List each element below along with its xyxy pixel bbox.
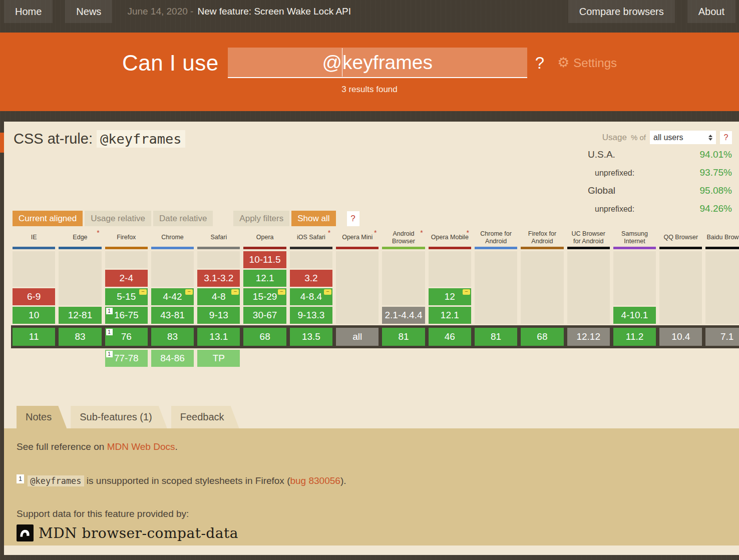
- nav-home-button[interactable]: Home: [4, 0, 53, 23]
- support-cell[interactable]: 46: [429, 328, 471, 346]
- support-cell[interactable]: all: [336, 328, 379, 346]
- prefix-asterisk: *: [328, 229, 330, 237]
- browser-column-header[interactable]: UC Browser for Android: [567, 228, 610, 247]
- nav-news-button[interactable]: News: [65, 0, 112, 23]
- support-cell[interactable]: 68: [243, 328, 286, 346]
- support-cell[interactable]: 13.1: [197, 328, 240, 346]
- browser-column-header[interactable]: Baidu Browser: [705, 228, 739, 247]
- support-cell[interactable]: 6-9: [13, 288, 55, 305]
- support-cell[interactable]: 12.1: [243, 270, 286, 287]
- browser-column-header[interactable]: Firefox: [105, 228, 148, 247]
- nav-about-button[interactable]: About: [687, 0, 735, 23]
- browser-column-header[interactable]: Safari: [197, 228, 240, 247]
- support-cell[interactable]: 83: [151, 328, 194, 346]
- apply-filters-button[interactable]: Apply filters: [233, 211, 289, 226]
- mdn-web-docs-link[interactable]: MDN Web Docs: [107, 441, 175, 452]
- usage-stat-value: 93.75%: [700, 167, 732, 178]
- empty-cell: [382, 251, 425, 305]
- nav-right: Compare browsers About: [568, 0, 735, 23]
- browser-column-header[interactable]: Edge*: [59, 228, 101, 247]
- support-cell[interactable]: 30-67: [243, 307, 286, 324]
- usage-select[interactable]: all users: [650, 131, 716, 144]
- support-cell[interactable]: 761: [105, 328, 148, 346]
- tab-notes[interactable]: Notes: [17, 406, 67, 428]
- news-feature-link[interactable]: New feature: Screen Wake Lock API: [197, 6, 351, 17]
- bug-link[interactable]: bug 830056: [290, 475, 340, 486]
- support-cell[interactable]: 3.2: [290, 270, 332, 287]
- support-cell[interactable]: 81: [475, 328, 517, 346]
- search-help-icon[interactable]: ?: [535, 54, 544, 73]
- empty-cell: [659, 251, 702, 324]
- support-cell[interactable]: 15-29−: [243, 288, 286, 305]
- browser-brand-bar: [475, 247, 517, 249]
- mdn-bcd-label: MDN browser-compat-data: [39, 525, 238, 541]
- support-cell[interactable]: 84-86: [151, 350, 194, 367]
- browser-column-header[interactable]: Firefox for Android: [521, 228, 563, 247]
- support-cell[interactable]: 11.2: [613, 328, 656, 346]
- browser-column-header[interactable]: Opera Mobile*: [429, 228, 471, 247]
- mdn-bcd-link[interactable]: MDN browser-compat-data: [17, 524, 739, 541]
- support-cell[interactable]: 7.1: [705, 328, 739, 346]
- support-cell[interactable]: 4-42−: [151, 288, 194, 305]
- support-cell[interactable]: 4-8−: [197, 288, 240, 305]
- support-cell[interactable]: 83: [59, 328, 101, 346]
- settings-button[interactable]: ⚙ Settings: [557, 56, 617, 70]
- support-cell[interactable]: 12.1: [429, 307, 471, 324]
- support-cell[interactable]: 9-13.3: [290, 307, 332, 324]
- browser-cells: 3.24-8.4−9-13.313.5: [290, 251, 332, 367]
- nav-compare-browsers-button[interactable]: Compare browsers: [568, 0, 675, 23]
- browser-cells: 81: [475, 251, 517, 367]
- support-cell[interactable]: 12−: [429, 288, 471, 305]
- support-cell[interactable]: 12-81: [59, 307, 101, 324]
- support-cell[interactable]: 3.1-3.2: [197, 270, 240, 287]
- tab-sub-features-1[interactable]: Sub-features (1): [71, 406, 167, 428]
- browser-column-header[interactable]: Opera: [243, 228, 286, 247]
- browser-brand-bar: [243, 247, 286, 249]
- support-cell[interactable]: 16-751: [105, 307, 148, 324]
- support-cell[interactable]: 13.5: [290, 328, 332, 346]
- filter-mode-button[interactable]: Usage relative: [85, 211, 151, 226]
- browser-column-header[interactable]: Opera Mini*: [336, 228, 379, 247]
- empty-cell: [290, 251, 332, 268]
- support-cell[interactable]: 10.4: [659, 328, 702, 346]
- support-cell[interactable]: 77-781: [105, 350, 148, 367]
- support-cell[interactable]: 12.12: [567, 328, 610, 346]
- detail-tabs: NotesSub-features (1)Feedback: [17, 406, 739, 428]
- support-cell[interactable]: 2-4: [105, 270, 148, 287]
- support-cell[interactable]: 43-81: [151, 307, 194, 324]
- browser-column-header[interactable]: Chrome: [151, 228, 194, 247]
- filter-mode-button[interactable]: Date relative: [153, 211, 213, 226]
- support-cell[interactable]: 10-11.5: [243, 251, 286, 268]
- filter-mode-button[interactable]: Current aligned: [13, 211, 83, 226]
- support-cell[interactable]: 81: [382, 328, 425, 346]
- search-input[interactable]: @keyframes: [228, 48, 527, 78]
- support-cell[interactable]: TP: [197, 350, 240, 367]
- show-all-button[interactable]: Show all: [291, 211, 335, 226]
- browser-brand-bar: [567, 247, 610, 249]
- footnote-badge: 1: [106, 351, 113, 357]
- browser-column-header[interactable]: Android Browser*: [382, 228, 425, 247]
- tab-feedback[interactable]: Feedback: [171, 406, 239, 428]
- browser-cells: 12−12.146: [429, 251, 471, 367]
- support-cell[interactable]: 10: [13, 307, 55, 324]
- usage-stat-row: unprefixed:93.75%: [588, 167, 732, 185]
- support-cell[interactable]: 4-10.1: [613, 307, 656, 324]
- usage-help-button[interactable]: ?: [720, 131, 732, 144]
- usage-stat-value: 95.08%: [700, 185, 732, 196]
- support-cell[interactable]: 68: [521, 328, 563, 346]
- browser-column-header[interactable]: IE: [13, 228, 55, 247]
- browser-brand-bar: [13, 247, 55, 249]
- news-ticker[interactable]: June 14, 2020 - New feature: Screen Wake…: [127, 0, 351, 23]
- browser-column-header[interactable]: Chrome for Android: [475, 228, 517, 247]
- support-cell[interactable]: 9-13: [197, 307, 240, 324]
- browser-column-header[interactable]: Samsung Internet: [613, 228, 656, 247]
- support-cell[interactable]: 2.1-4.4.4: [382, 307, 425, 324]
- browser-cells: all: [336, 251, 379, 367]
- support-cell[interactable]: 4-8.4−: [290, 288, 332, 305]
- filters-help-button[interactable]: ?: [347, 211, 359, 226]
- browser-column-header[interactable]: iOS Safari*: [290, 228, 332, 247]
- support-cell[interactable]: 11: [13, 328, 55, 346]
- usage-stat-value: 94.01%: [700, 149, 732, 160]
- browser-column-header[interactable]: QQ Browser: [659, 228, 702, 247]
- support-cell[interactable]: 5-15−: [105, 288, 148, 305]
